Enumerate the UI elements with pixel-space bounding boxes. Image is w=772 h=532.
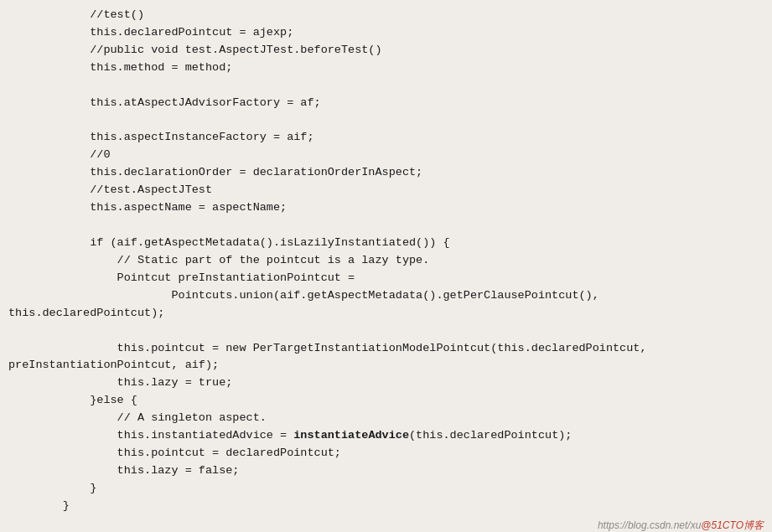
code-line <box>0 112 772 130</box>
code-line: this.aspectName = aspectName; <box>0 199 772 217</box>
code-line: this.aspectInstanceFactory = aif; <box>0 129 772 147</box>
code-line: if (aif.getAspectMetadata().isLazilyInst… <box>0 235 772 252</box>
code-line: this.pointcut = declaredPointcut; <box>0 445 772 462</box>
code-line: this.atAspectJAdvisorFactory = af; <box>0 95 772 112</box>
code-line: Pointcut preInstantiationPointcut = <box>0 270 772 287</box>
code-viewer: //test() this.declaredPointcut = ajexp; … <box>0 0 772 532</box>
code-line: this.lazy = true; <box>0 374 772 392</box>
watermark-url: https://blog.csdn.net/xu <box>598 519 701 531</box>
code-line: // A singleton aspect. <box>0 410 772 427</box>
code-line <box>0 323 772 340</box>
code-line: this.lazy = false; <box>0 462 772 480</box>
watermark: https://blog.csdn.net/xu@51CTO博客 <box>598 519 764 532</box>
code-line: }else { <box>0 392 772 410</box>
code-line: this.declaredPointcut = ajexp; <box>0 24 772 42</box>
code-line: //public void test.AspectJTest.beforeTes… <box>0 42 772 59</box>
code-line: Pointcuts.union(aif.getAspectMetadata().… <box>0 287 772 305</box>
watermark-site: @51CTO博客 <box>701 519 764 531</box>
code-line: this.method = method; <box>0 59 772 77</box>
code-line: //test.AspectJTest <box>0 182 772 199</box>
code-line: } <box>0 498 772 515</box>
code-line: this.pointcut = new PerTargetInstantiati… <box>0 340 772 358</box>
code-line: } <box>0 480 772 498</box>
code-line: //0 <box>0 147 772 164</box>
code-line: this.declarationOrder = declarationOrder… <box>0 164 772 182</box>
code-line: this.declaredPointcut); <box>0 305 772 323</box>
code-line: // Static part of the pointcut is a lazy… <box>0 252 772 270</box>
code-line: preInstantiationPointcut, aif); <box>0 357 772 374</box>
code-line <box>0 77 772 95</box>
code-line <box>0 217 772 235</box>
bold-method: instantiateAdvice <box>293 429 409 442</box>
code-line: //test() <box>0 7 772 24</box>
code-line: this.instantiatedAdvice = instantiateAdv… <box>0 427 772 445</box>
